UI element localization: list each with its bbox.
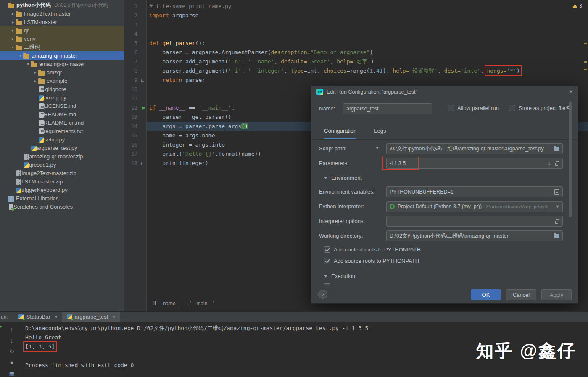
- code-line-8[interactable]: 8 parser.add_argument('-i', '--integer',…: [124, 66, 588, 76]
- close-icon[interactable]: ×: [112, 314, 115, 320]
- checkbox-checked-icon[interactable]: [324, 246, 330, 253]
- fold-end-icon[interactable]: [141, 79, 144, 82]
- line-number[interactable]: 1: [134, 3, 147, 9]
- tree-item[interactable]: LICENSE.md: [0, 102, 124, 110]
- line-number[interactable]: 3: [134, 22, 147, 28]
- tree-item[interactable]: ▸qr: [0, 26, 124, 34]
- code-line-6[interactable]: 6 parser = argparse.ArgumentParser(descr…: [124, 48, 588, 57]
- chevron-right-icon[interactable]: ▸: [10, 11, 16, 16]
- line-number[interactable]: 5: [134, 40, 147, 46]
- rerun-icon[interactable]: ↻: [8, 348, 16, 355]
- gutter-cell[interactable]: 12▶: [124, 103, 147, 113]
- code-line-7[interactable]: 7 parser.add_argument('-n', '--name', de…: [124, 57, 588, 66]
- tree-item[interactable]: External Libraries: [0, 194, 124, 202]
- scrollbar-thumb[interactable]: [569, 101, 572, 217]
- ok-button[interactable]: OK: [471, 289, 501, 300]
- chevron-right-icon[interactable]: ▸: [33, 70, 38, 75]
- folder-icon[interactable]: [554, 147, 559, 151]
- gutter-cell[interactable]: 11: [124, 94, 147, 103]
- help-button[interactable]: ?: [318, 290, 327, 299]
- tree-item[interactable]: ▸example: [0, 76, 124, 85]
- script-path-field[interactable]: \02文件\python小代码\二维码\amazing-qr-master\ar…: [386, 143, 563, 154]
- close-icon[interactable]: ×: [569, 89, 573, 95]
- add-content-roots-checkbox[interactable]: Add content roots to PYTHONPATH: [324, 246, 421, 253]
- gutter-cell[interactable]: 3: [124, 20, 147, 29]
- tree-item[interactable]: amzqr.py: [0, 93, 124, 102]
- tree-item[interactable]: python小代码D:\02文件\python小代码: [0, 1, 124, 9]
- cancel-button[interactable]: Cancel: [506, 289, 536, 300]
- gutter-cell[interactable]: 14: [124, 122, 147, 131]
- chevron-down-icon[interactable]: ▾: [10, 45, 16, 50]
- checkbox-icon[interactable]: [509, 105, 515, 111]
- code-line-4[interactable]: 4: [124, 29, 588, 39]
- close-icon[interactable]: ×: [55, 314, 58, 320]
- tree-item[interactable]: README-cn.md: [0, 118, 124, 127]
- gutter-cell[interactable]: 5: [124, 39, 147, 48]
- tree-item[interactable]: README.md: [0, 110, 124, 118]
- gutter-cell[interactable]: 1: [124, 2, 147, 11]
- line-number[interactable]: 15: [132, 133, 147, 139]
- inspection-widget[interactable]: 3: [572, 3, 582, 9]
- chevron-right-icon[interactable]: ▸: [10, 37, 16, 41]
- code-line-3[interactable]: 3: [124, 20, 588, 29]
- store-project-checkbox[interactable]: Store as project file: [509, 105, 565, 111]
- line-number[interactable]: 18: [132, 160, 147, 166]
- tree-item[interactable]: Image2Text-master.zip: [0, 169, 124, 177]
- code-line-2[interactable]: 2import argparse: [124, 11, 588, 20]
- tab-argparse-test[interactable]: argparse_test ×: [62, 312, 120, 322]
- tree-item[interactable]: ▸Image2Text-master: [0, 9, 124, 18]
- run-line-icon[interactable]: ▶: [142, 105, 145, 110]
- dialog-titlebar[interactable]: PC Edit Run Configuration: 'argparse_tes…: [311, 86, 578, 98]
- chevron-right-icon[interactable]: ▸: [33, 79, 38, 83]
- code-line-9[interactable]: 9 return parser: [124, 76, 588, 85]
- tree-item[interactable]: qrcode1.py: [0, 160, 124, 169]
- tree-item[interactable]: ▾二维码: [0, 43, 124, 51]
- folder-icon[interactable]: [554, 234, 559, 238]
- chevron-down-icon[interactable]: ▼: [375, 146, 379, 150]
- tab-configuration[interactable]: Configuration: [324, 128, 356, 139]
- tree-item[interactable]: amazing-qr-master.zip: [0, 152, 124, 160]
- gutter-cell[interactable]: 13: [124, 113, 147, 122]
- line-number[interactable]: 7: [134, 59, 147, 65]
- code-line-1[interactable]: 1# file-name:print_name.py: [124, 2, 588, 11]
- print-icon[interactable]: ▦: [8, 370, 16, 377]
- tree-item[interactable]: setup.py: [0, 135, 124, 144]
- tree-item[interactable]: ▾amazing-qr-master: [0, 51, 124, 60]
- tab-logs[interactable]: Logs: [374, 128, 386, 139]
- line-number[interactable]: 4: [134, 31, 147, 37]
- checkbox-checked-icon[interactable]: [324, 258, 330, 264]
- chevron-right-icon[interactable]: ▸: [10, 28, 16, 33]
- tree-item[interactable]: requirements.txt: [0, 127, 124, 135]
- code-line-5[interactable]: 5def get_parser():: [124, 39, 588, 48]
- line-number[interactable]: 8: [134, 68, 147, 74]
- parameters-field[interactable]: -i 1 3 5 +: [386, 158, 563, 169]
- tree-item[interactable]: Scratches and Consoles: [0, 202, 124, 211]
- chevron-right-icon[interactable]: ▸: [10, 20, 16, 24]
- working-dir-field[interactable]: D:\02文件\python小代码\二维码\amazing-qr-master: [386, 230, 563, 241]
- tree-item[interactable]: ▾amazing-qr-master: [0, 60, 124, 68]
- line-number[interactable]: 14: [132, 123, 147, 129]
- breadcrumb[interactable]: if __name__ == '__main__': [153, 301, 214, 306]
- checkbox-icon[interactable]: [448, 105, 454, 111]
- section-execution[interactable]: Execution: [324, 273, 355, 279]
- name-field[interactable]: argparse_test: [343, 103, 432, 114]
- browse-vars-icon[interactable]: [554, 189, 559, 195]
- line-number[interactable]: 2: [134, 13, 147, 18]
- tree-item[interactable]: ▸LSTM-master: [0, 18, 124, 26]
- line-number[interactable]: 9: [134, 77, 147, 83]
- tree-item[interactable]: .gitignore: [0, 85, 124, 93]
- gutter-cell[interactable]: 10: [124, 85, 147, 94]
- line-number[interactable]: 17: [132, 151, 147, 157]
- tree-item[interactable]: ▸venv: [0, 34, 124, 43]
- menu-icon[interactable]: ≡: [8, 359, 16, 366]
- env-vars-field[interactable]: PYTHONUNBUFFERED=1: [386, 186, 563, 197]
- gutter-cell[interactable]: 4: [124, 29, 147, 39]
- line-number[interactable]: 6: [134, 50, 147, 55]
- apply-button[interactable]: Apply: [541, 289, 572, 300]
- fold-end-icon[interactable]: [141, 162, 144, 165]
- line-number[interactable]: 13: [132, 114, 147, 120]
- chevron-down-icon[interactable]: ▾: [18, 53, 23, 58]
- down-arrow-icon[interactable]: ↓: [8, 337, 16, 344]
- tree-item[interactable]: argparse_test.py: [0, 144, 124, 152]
- gutter-cell[interactable]: 16: [124, 140, 147, 149]
